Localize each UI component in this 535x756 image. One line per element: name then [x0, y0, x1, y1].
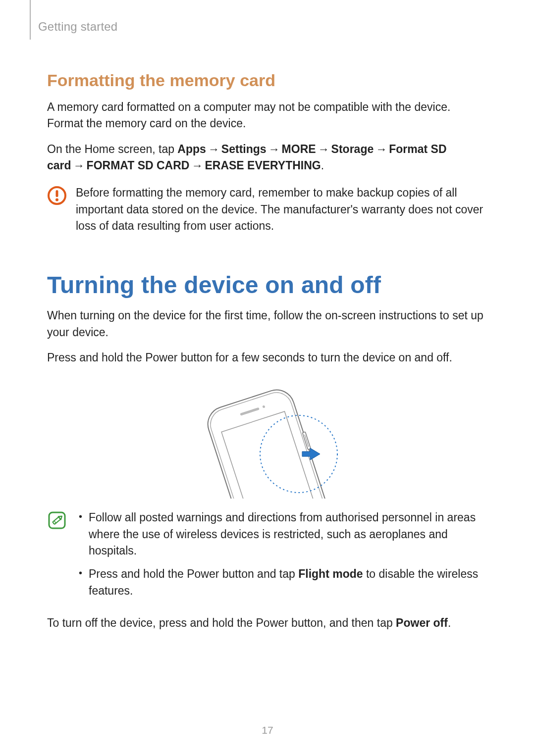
- path-step: Settings: [221, 143, 267, 155]
- warning-callout: Before formatting the memory card, remem…: [47, 185, 485, 234]
- page-number: 17: [0, 724, 535, 736]
- arrow-icon: →: [267, 143, 282, 155]
- chapter-title: Getting started: [38, 20, 485, 34]
- svg-rect-12: [49, 512, 65, 528]
- section-heading-power: Turning the device on and off: [47, 271, 485, 299]
- path-step: MORE: [282, 143, 316, 155]
- note-text-bold: Flight mode: [298, 567, 363, 580]
- para-format-intro: A memory card formatted on a computer ma…: [47, 99, 485, 132]
- text: To turn off the device, press and hold t…: [47, 616, 396, 629]
- text-bold: Power off: [396, 616, 448, 629]
- para-power-press: Press and hold the Power button for a fe…: [47, 350, 485, 366]
- path-step: Storage: [331, 143, 374, 155]
- figure-power-button: [47, 380, 485, 499]
- warning-text: Before formatting the memory card, remem…: [76, 185, 485, 234]
- note-list: Follow all posted warnings and direction…: [76, 509, 485, 606]
- note-callout: Follow all posted warnings and direction…: [47, 509, 485, 606]
- header-rule: [30, 0, 31, 40]
- note-icon: [47, 510, 67, 532]
- para-power-intro: When turning on the device for the first…: [47, 307, 485, 341]
- text: .: [448, 616, 451, 629]
- svg-point-2: [55, 199, 58, 202]
- para-power-off: To turn off the device, press and hold t…: [47, 615, 485, 631]
- arrow-icon: →: [71, 159, 87, 172]
- para-format-path: On the Home screen, tap Apps→Settings→MO…: [47, 141, 485, 174]
- arrow-icon: →: [206, 143, 221, 155]
- path-suffix: .: [321, 159, 324, 172]
- arrow-icon: →: [316, 143, 331, 155]
- path-step: ERASE EVERYTHING: [205, 159, 321, 172]
- note-item: Follow all posted warnings and direction…: [76, 509, 485, 559]
- path-step: Apps: [177, 143, 206, 155]
- svg-marker-14: [58, 515, 63, 520]
- note-item: Press and hold the Power button and tap …: [76, 566, 485, 599]
- section-heading-formatting: Formatting the memory card: [47, 71, 485, 90]
- note-text-pre: Press and hold the Power button and tap: [89, 567, 298, 580]
- path-prefix: On the Home screen, tap: [47, 143, 177, 155]
- svg-rect-1: [56, 190, 58, 197]
- arrow-icon: →: [189, 159, 205, 172]
- svg-line-15: [54, 521, 56, 523]
- arrow-icon: →: [374, 143, 389, 155]
- warning-icon: [47, 186, 67, 207]
- manual-page: Getting started Formatting the memory ca…: [0, 0, 535, 756]
- note-text: Follow all posted warnings and direction…: [89, 511, 476, 557]
- path-step: FORMAT SD CARD: [87, 159, 190, 172]
